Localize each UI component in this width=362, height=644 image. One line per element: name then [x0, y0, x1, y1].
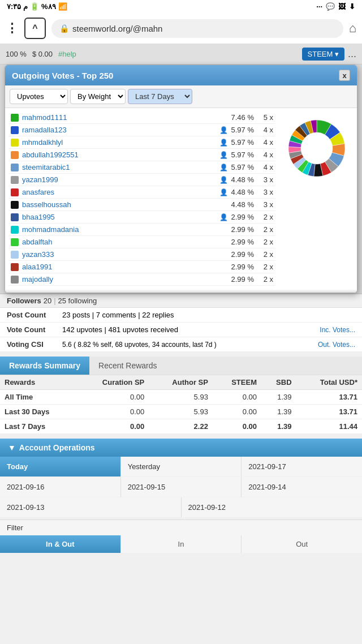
ops-d6[interactable]: 2021-09-12: [182, 497, 363, 517]
out-votes-link[interactable]: Out. Votes...: [318, 341, 355, 349]
rewards-summary-tab[interactable]: Rewards Summary: [0, 357, 89, 375]
vote-user-name[interactable]: yazan1999: [22, 175, 216, 184]
col-rewards: Rewards: [0, 375, 76, 390]
reward-total: 11.44: [296, 419, 362, 434]
more-options-button[interactable]: ...: [348, 48, 356, 60]
browser-nav-button[interactable]: ^: [24, 18, 46, 39]
followers-row: Followers 20 | 25 following: [0, 294, 362, 308]
browser-menu-button[interactable]: ⋮: [6, 21, 19, 36]
vote-color-swatch: [11, 114, 19, 122]
reward-total: 13.71: [296, 405, 362, 419]
reward-curation: 0.00: [76, 405, 149, 419]
reward-total: 13.71: [296, 390, 362, 405]
reward-steem: 0.00: [213, 405, 261, 419]
vote-color-swatch: [11, 238, 19, 246]
vote-count: 2 x: [257, 275, 273, 284]
ops-d5[interactable]: 2021-09-13: [0, 497, 181, 517]
vote-color-swatch: [11, 139, 19, 147]
reward-author: 5.93: [149, 405, 213, 419]
ops-d1[interactable]: 2021-09-17: [242, 457, 362, 476]
filter-out[interactable]: Out: [242, 535, 362, 553]
period-select[interactable]: Last 7 Days Last 30 Days All Time: [128, 89, 192, 104]
ops-grid-2: 2021-09-16 2021-09-15 2021-09-14: [0, 477, 362, 497]
ops-today[interactable]: Today: [0, 457, 120, 476]
time-display: ۷:۳۵ م: [7, 2, 28, 11]
vote-user-name[interactable]: alaa1991: [22, 263, 228, 271]
vote-user-name[interactable]: yazan333: [22, 250, 228, 259]
lock-icon: 🔒: [59, 24, 69, 33]
bg-top-bar: 100 % $ 0.00 #help STEEM ▾ ...: [0, 44, 362, 65]
vote-item: steemitarabic1 👤 5.97 % 4 x: [8, 161, 275, 174]
vote-count: 3 x: [257, 175, 273, 184]
vote-person-icon: 👤: [219, 139, 228, 147]
vote-percentage: 2.99 %: [231, 225, 254, 234]
vote-user-name[interactable]: steemitarabic1: [22, 163, 216, 171]
post-count-value: 23 posts | 7 comments | 22 replies: [62, 311, 174, 319]
steem-button[interactable]: STEEM ▾: [302, 48, 344, 61]
vote-percentage: 4.48 %: [231, 175, 254, 184]
vote-count: 2 x: [257, 238, 273, 246]
ops-yesterday[interactable]: Yesterday: [121, 457, 242, 476]
rewards-row: Last 30 Days 0.00 5.93 0.00 1.39 13.71: [0, 405, 362, 419]
vote-item: basselhoussah 4.48 % 3 x: [8, 199, 275, 211]
vote-count: 2 x: [257, 213, 273, 221]
vote-count: 4 x: [257, 126, 273, 134]
vote-item: abdalftah 2.99 % 2 x: [8, 236, 275, 248]
outgoing-votes-modal: Outgoing Votes - Top 250 x Upvotes Downv…: [5, 65, 357, 293]
vote-count: 2 x: [257, 263, 273, 271]
reward-curation: 0.00: [76, 419, 149, 434]
vote-user-name[interactable]: mohmadmadania: [22, 225, 228, 234]
vote-user-name[interactable]: anasfares: [22, 188, 216, 196]
browser-url-bar[interactable]: 🔒 steemworld.org/@mahn: [51, 19, 343, 38]
vote-item: anasfares 👤 4.48 % 3 x: [8, 186, 275, 199]
vote-count-value: 142 upvotes | 481 upvotes received: [62, 325, 178, 334]
vote-count: 4 x: [257, 163, 273, 171]
vote-type-select[interactable]: Upvotes Downvotes: [10, 89, 68, 104]
modal-close-button[interactable]: x: [339, 70, 350, 81]
percent-display: 100 %: [6, 50, 27, 58]
vote-user-name[interactable]: abdullah1992551: [22, 151, 216, 159]
rewards-row: All Time 0.00 5.93 0.00 1.39 13.71: [0, 390, 362, 405]
reward-steem: 0.00: [213, 390, 261, 405]
inc-votes-link[interactable]: Inc. Votes...: [320, 326, 355, 334]
vote-percentage: 7.46 %: [231, 113, 254, 122]
filter-in-out[interactable]: In & Out: [0, 535, 120, 553]
vote-percentage: 2.99 %: [231, 238, 254, 246]
vote-percentage: 4.48 %: [231, 200, 254, 209]
vote-user-name[interactable]: ramadalla123: [22, 126, 216, 134]
vote-user-name[interactable]: mahmod1111: [22, 113, 228, 122]
vote-item: ramadalla123 👤 5.97 % 4 x: [8, 124, 275, 136]
vote-user-name[interactable]: bhaa1995: [22, 213, 216, 221]
reward-author: 2.22: [149, 419, 213, 434]
status-bar: ۷:۳۵ م 🔋 %۸۹ 📶 ··· 💬 🖼 ⬇: [0, 0, 362, 13]
sort-by-select[interactable]: By Weight By Count: [70, 89, 126, 104]
modal-header: Outgoing Votes - Top 250 x: [5, 65, 357, 85]
vote-color-swatch: [11, 263, 19, 271]
vote-user-name[interactable]: abdalftah: [22, 238, 228, 246]
money-display: $ 0.00: [32, 50, 53, 58]
vote-item: abdullah1992551 👤 5.97 % 4 x: [8, 149, 275, 161]
vote-user-name[interactable]: majodally: [22, 275, 228, 284]
filter-in[interactable]: In: [121, 535, 242, 553]
image-icon: 🖼: [338, 2, 346, 11]
vote-person-icon: 👤: [219, 151, 228, 159]
modal-scroll-hint: [5, 289, 357, 293]
ops-d4[interactable]: 2021-09-14: [242, 477, 362, 497]
home-button[interactable]: ⌂: [349, 21, 356, 36]
donut-chart: [280, 111, 354, 185]
vote-percentage: 2.99 %: [231, 275, 254, 284]
reward-label: All Time: [0, 390, 76, 405]
messenger-icon: 💬: [326, 2, 335, 11]
help-link[interactable]: #help: [58, 50, 76, 58]
vote-user-name[interactable]: basselhoussah: [22, 200, 228, 209]
vote-color-swatch: [11, 276, 19, 284]
ops-d3[interactable]: 2021-09-15: [121, 477, 242, 497]
vote-percentage: 5.97 %: [231, 151, 254, 159]
vote-list: mahmod1111 7.46 % 5 x ramadalla123 👤 5.9…: [8, 111, 275, 286]
recent-rewards-tab[interactable]: Recent Rewards: [89, 357, 166, 375]
modal-overlay: Outgoing Votes - Top 250 x Upvotes Downv…: [0, 65, 362, 293]
account-ops-title: Account Operations: [19, 443, 95, 452]
ops-d2[interactable]: 2021-09-16: [0, 477, 120, 497]
vote-item: bhaa1995 👤 2.99 % 2 x: [8, 211, 275, 224]
vote-user-name[interactable]: mhmdalkhlyl: [22, 138, 216, 147]
